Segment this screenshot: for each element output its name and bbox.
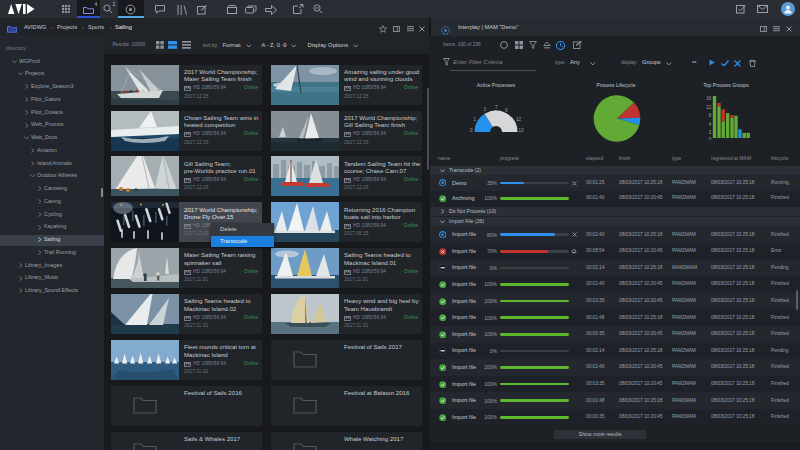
svg-text:4: 4 [709,122,712,127]
svg-text:2: 2 [709,130,712,135]
svg-text:12: 12 [706,105,712,110]
svg-text:0: 0 [709,137,712,140]
svg-text:16: 16 [706,96,712,101]
svg-text:8: 8 [709,113,712,118]
